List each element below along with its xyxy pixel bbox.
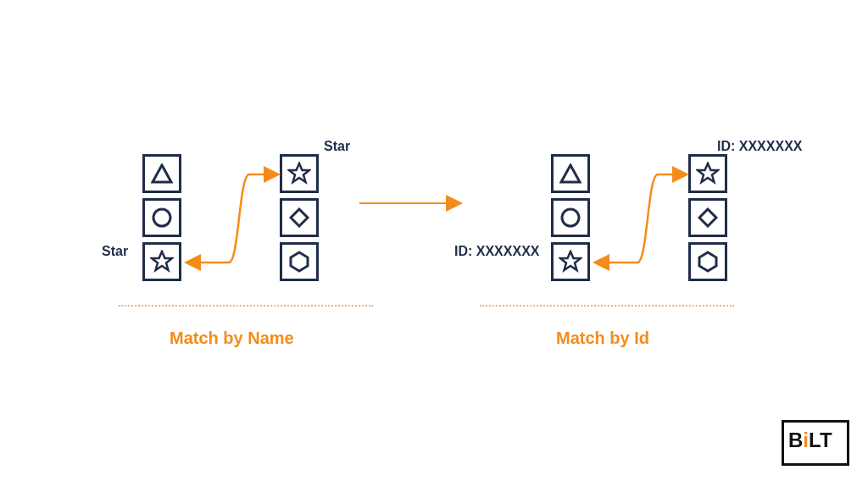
- diamond-icon: [280, 198, 319, 237]
- label-id-top: ID: XXXXXXX: [717, 139, 802, 154]
- match-by-name-group: Star Star Match by Name: [102, 135, 364, 356]
- diagram-slide: Star Star Match by Name: [0, 0, 868, 481]
- match-by-id-group: ID: XXXXXXX ID: XXXXXXX Match by Id: [463, 135, 776, 356]
- svg-point-1: [153, 209, 170, 226]
- right-col-a: [551, 154, 590, 286]
- svg-marker-0: [153, 165, 171, 182]
- label-star-top: Star: [324, 139, 350, 154]
- dotted-divider: [480, 305, 734, 307]
- circle-icon: [142, 198, 181, 237]
- hexagon-icon: [688, 242, 727, 281]
- bilt-logo: BiLT: [782, 420, 849, 469]
- svg-marker-5: [291, 252, 308, 271]
- svg-marker-2: [152, 252, 172, 270]
- svg-marker-9: [560, 252, 581, 270]
- caption-match-by-name: Match by Name: [170, 329, 294, 348]
- caption-match-by-id: Match by Id: [556, 329, 649, 348]
- star-icon: [280, 154, 319, 193]
- hexagon-icon: [280, 242, 319, 281]
- connector-arrow-icon: [588, 166, 690, 276]
- left-col-a: [142, 154, 181, 286]
- connector-arrow-icon: [180, 166, 281, 276]
- star-icon: [551, 242, 590, 281]
- logo-text: BiLT: [788, 428, 832, 452]
- diamond-icon: [688, 198, 727, 237]
- left-col-b: [280, 154, 319, 286]
- svg-point-8: [562, 209, 579, 226]
- svg-marker-10: [698, 163, 718, 182]
- triangle-icon: [551, 154, 590, 193]
- svg-marker-7: [561, 165, 580, 182]
- svg-marker-4: [291, 209, 308, 226]
- right-col-b: [688, 154, 727, 286]
- svg-marker-3: [289, 163, 309, 182]
- star-icon: [142, 242, 181, 281]
- label-id-side: ID: XXXXXXX: [454, 244, 539, 259]
- star-icon: [688, 154, 727, 193]
- label-star-side: Star: [102, 244, 128, 259]
- dotted-divider: [119, 305, 373, 307]
- transition-arrow-icon: [356, 195, 466, 212]
- svg-marker-12: [699, 252, 716, 271]
- svg-marker-11: [699, 209, 716, 226]
- triangle-icon: [142, 154, 181, 193]
- circle-icon: [551, 198, 590, 237]
